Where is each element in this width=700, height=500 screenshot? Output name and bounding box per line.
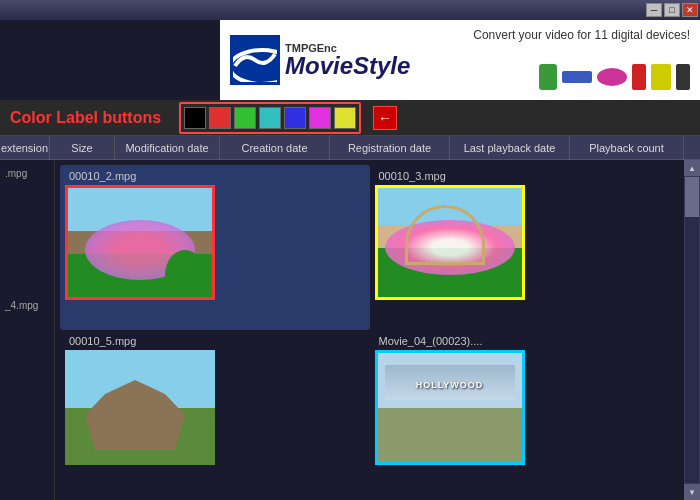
svg-rect-0	[233, 38, 277, 82]
scene-hollywood: HOLLYWOOD	[375, 350, 525, 465]
logo-wave	[230, 35, 280, 85]
banner: TMPGEnc MovieStyle Convert your video fo…	[0, 20, 700, 100]
col-header-size: Size	[50, 136, 115, 159]
arch-structure	[405, 205, 485, 265]
scroll-down-button[interactable]: ▼	[684, 484, 700, 500]
tmpgenc-logo: TMPGEnc MovieStyle	[230, 35, 410, 85]
file-name-3: 00010_5.mpg	[65, 335, 365, 347]
col-header-lastplay: Last playback date	[450, 136, 570, 159]
minimize-button[interactable]: ─	[646, 3, 662, 17]
back-button[interactable]: ←	[373, 106, 397, 130]
scene-garden2	[375, 185, 525, 300]
device-pink-oval	[597, 68, 627, 86]
moviestyle-text: MovieStyle	[285, 54, 410, 78]
col-header-extension: extension	[0, 136, 50, 159]
file-item-3[interactable]: 00010_5.mpg	[60, 330, 370, 495]
banner-ad: TMPGEnc MovieStyle Convert your video fo…	[220, 20, 700, 100]
hollywood-sign: HOLLYWOOD	[416, 380, 484, 390]
device-red	[632, 64, 646, 90]
col-header-credate: Creation date	[220, 136, 330, 159]
thumbnail-2	[375, 185, 525, 300]
color-buttons-group	[179, 102, 361, 134]
window-controls: ─ □ ✕	[646, 3, 698, 17]
color-label-bar: Color Label buttons ←	[0, 100, 700, 136]
maximize-button[interactable]: □	[664, 3, 680, 17]
color-btn-black[interactable]	[184, 107, 206, 129]
scrollbar: ▲ ▼	[684, 160, 700, 500]
color-label-title: Color Label buttons	[10, 109, 161, 127]
device-dark	[676, 64, 690, 90]
thumbnail-3	[65, 350, 215, 465]
thumbnail-1	[65, 185, 215, 300]
file-item-1[interactable]: 00010_2.mpg	[60, 165, 370, 330]
content-area: .mpg _4.mpg 00010_2.mpg 00010_3.mpg	[0, 160, 700, 500]
left-sidebar: .mpg _4.mpg	[0, 160, 55, 500]
scroll-up-button[interactable]: ▲	[684, 160, 700, 176]
logo-text-group: TMPGEnc MovieStyle	[285, 42, 410, 78]
color-btn-yellow[interactable]	[334, 107, 356, 129]
main-container: TMPGEnc MovieStyle Convert your video fo…	[0, 20, 700, 500]
device-blue-rect	[562, 71, 592, 83]
file-name-2: 00010_3.mpg	[375, 170, 675, 182]
file-name-1: 00010_2.mpg	[65, 170, 365, 182]
banner-tagline: Convert your video for 11 digital device…	[473, 28, 690, 42]
color-btn-green[interactable]	[234, 107, 256, 129]
device-green	[539, 64, 557, 90]
col-header-regdate: Registration date	[330, 136, 450, 159]
sidebar-file-1: .mpg	[0, 165, 54, 182]
thumbnail-wrapper-3	[65, 350, 215, 465]
color-btn-magenta[interactable]	[309, 107, 331, 129]
scene-garden1	[65, 185, 215, 300]
scroll-track	[685, 177, 699, 483]
close-button[interactable]: ✕	[682, 3, 698, 17]
col-header-playcount: Playback count	[570, 136, 684, 159]
sidebar-file-2: _4.mpg	[0, 297, 54, 314]
title-bar: ─ □ ✕	[0, 0, 700, 20]
thumbnail-wrapper-1	[65, 185, 215, 300]
file-list: 00010_2.mpg 00010_3.mpg	[55, 160, 684, 500]
scene-castle	[65, 350, 215, 465]
banner-left	[0, 20, 220, 100]
color-btn-cyan[interactable]	[259, 107, 281, 129]
color-btn-red[interactable]	[209, 107, 231, 129]
file-item-2[interactable]: 00010_3.mpg	[370, 165, 680, 330]
col-header-moddate: Modification date	[115, 136, 220, 159]
banner-devices	[539, 64, 690, 90]
color-btn-blue[interactable]	[284, 107, 306, 129]
scroll-thumb[interactable]	[685, 177, 699, 217]
file-item-4[interactable]: Movie_04_(00023).... HOLLYWOOD	[370, 330, 680, 495]
thumbnail-wrapper-4: HOLLYWOOD	[375, 350, 525, 465]
device-yellow	[651, 64, 671, 90]
thumbnail-4: HOLLYWOOD	[375, 350, 525, 465]
column-headers: extension Size Modification date Creatio…	[0, 136, 700, 160]
thumbnail-wrapper-2	[375, 185, 525, 300]
file-name-4: Movie_04_(00023)....	[375, 335, 675, 347]
